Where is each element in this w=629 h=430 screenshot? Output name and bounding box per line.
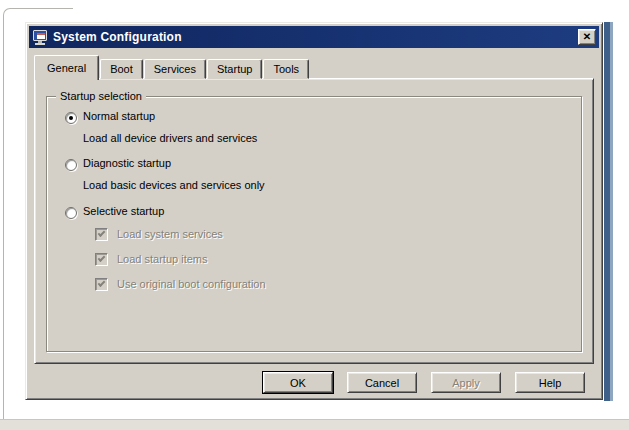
tab-boot[interactable]: Boot: [100, 59, 143, 79]
checkbox-load-startup-items-label: Load startup items: [117, 253, 208, 265]
groupbox-title: Startup selection: [56, 90, 146, 102]
normal-startup-description: Load all device drivers and services: [83, 132, 257, 144]
checkbox-load-system-services: [95, 228, 108, 241]
cancel-button[interactable]: Cancel: [347, 372, 417, 393]
radio-selective-startup-label[interactable]: Selective startup: [83, 205, 164, 217]
dialog-button-row: OK Cancel Apply Help: [26, 372, 585, 393]
checkbox-use-original-boot-configuration: [95, 278, 108, 291]
tab-general[interactable]: General: [34, 55, 99, 80]
tab-startup[interactable]: Startup: [207, 59, 262, 79]
window-title: System Configuration: [53, 30, 573, 44]
radio-diagnostic-startup[interactable]: [65, 159, 77, 171]
diagnostic-startup-description: Load basic devices and services only: [83, 179, 265, 191]
radio-normal-startup-label[interactable]: Normal startup: [83, 110, 155, 122]
radio-normal-startup[interactable]: [65, 112, 77, 124]
ok-button[interactable]: OK: [263, 372, 333, 393]
msconfig-monitor-icon: [32, 29, 48, 45]
help-button[interactable]: Help: [515, 372, 585, 393]
tab-services[interactable]: Services: [144, 59, 206, 79]
tab-tools[interactable]: Tools: [263, 59, 309, 79]
monitor-base-shape: [35, 43, 45, 45]
checkbox-load-startup-items: [95, 253, 108, 266]
mini-window-shape: [37, 33, 45, 39]
radio-diagnostic-startup-label[interactable]: Diagnostic startup: [83, 157, 171, 169]
background-window-bottom-edge: [0, 419, 629, 430]
title-bar[interactable]: System Configuration ✕: [29, 26, 599, 48]
startup-selection-groupbox: Startup selection Normal startup Load al…: [46, 96, 582, 352]
dialog-right-border-strip: [604, 22, 613, 401]
tab-strip: General Boot Services Startup Tools: [34, 54, 310, 79]
general-tab-page: Startup selection Normal startup Load al…: [34, 78, 594, 364]
system-configuration-dialog: System Configuration ✕ General Boot Serv…: [25, 22, 603, 400]
radio-selective-startup[interactable]: [65, 207, 77, 219]
close-icon[interactable]: ✕: [578, 29, 596, 45]
apply-button: Apply: [431, 372, 501, 393]
checkbox-use-original-boot-configuration-label: Use original boot configuration: [117, 278, 266, 290]
checkbox-load-system-services-label: Load system services: [117, 228, 223, 240]
